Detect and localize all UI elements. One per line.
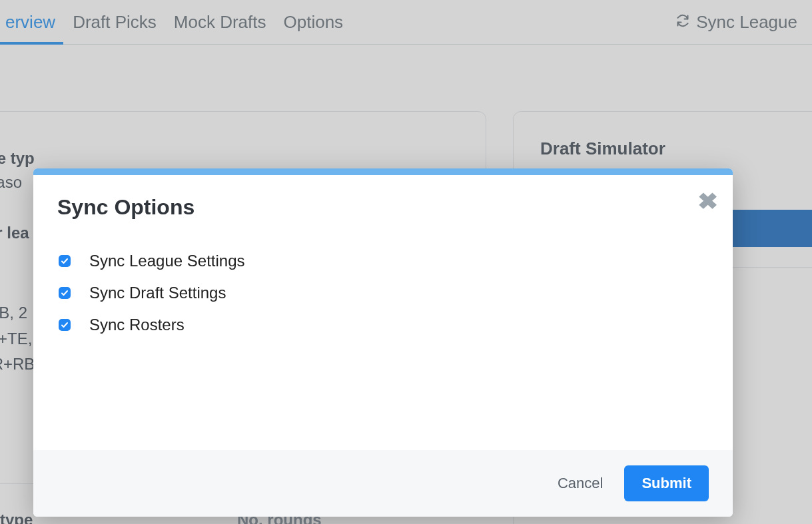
- sync-options-list: Sync League Settings Sync Draft Settings…: [57, 252, 709, 334]
- option-sync-league-settings[interactable]: Sync League Settings: [59, 252, 709, 270]
- option-label: Sync Draft Settings: [89, 284, 226, 302]
- modal-title: Sync Options: [57, 195, 709, 220]
- modal-footer: Cancel Submit: [33, 450, 733, 517]
- option-sync-draft-settings[interactable]: Sync Draft Settings: [59, 284, 709, 302]
- option-sync-rosters[interactable]: Sync Rosters: [59, 316, 709, 334]
- close-icon[interactable]: ✖: [697, 190, 718, 212]
- cancel-button[interactable]: Cancel: [552, 468, 608, 499]
- option-label: Sync Rosters: [89, 316, 185, 334]
- submit-button[interactable]: Submit: [624, 465, 709, 501]
- sync-options-modal: ✖ Sync Options Sync League Settings Sync…: [33, 168, 733, 517]
- option-label: Sync League Settings: [89, 252, 245, 270]
- checkbox-icon[interactable]: [59, 255, 71, 267]
- checkbox-icon[interactable]: [59, 287, 71, 299]
- checkbox-icon[interactable]: [59, 319, 71, 331]
